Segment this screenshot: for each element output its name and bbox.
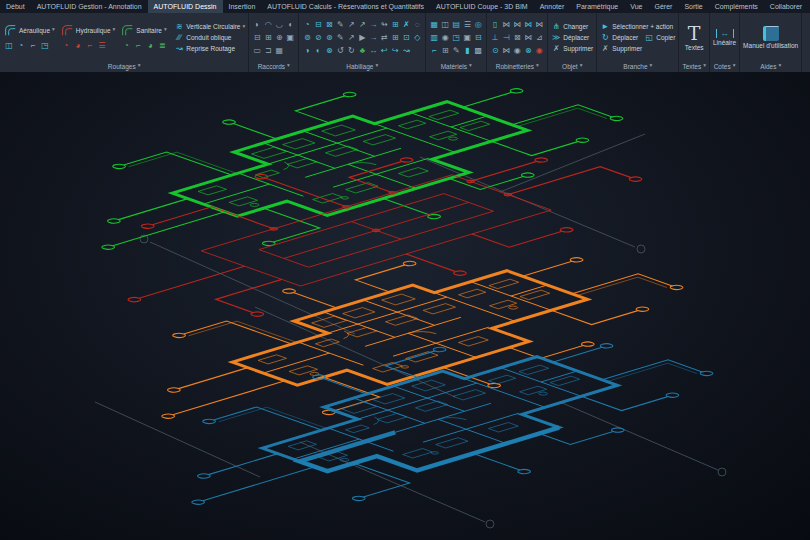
manchette-icon[interactable]: ◖ — [285, 19, 295, 31]
supprimer-branche-button[interactable]: ✗ Supprimer — [600, 44, 675, 53]
vanne-3-icon[interactable]: ⋈ — [523, 19, 533, 31]
registre-icon[interactable]: ⊟ — [313, 19, 323, 31]
menu-tab-autofluid-calculs-r-servations-et-quantitatifs[interactable]: AUTOFLUID Calculs - Réservations et Quan… — [261, 0, 430, 13]
vanne-equilibrage-icon[interactable]: ⋈ — [501, 45, 511, 57]
alarme-icon[interactable]: ◉ — [534, 45, 544, 57]
gaine-rectangulaire-icon[interactable]: ◫ — [4, 40, 14, 52]
collecteur-icon[interactable]: ☰ — [97, 40, 107, 52]
tube-aller-icon[interactable]: ◔ — [61, 40, 71, 52]
culotte-icon[interactable]: ◕ — [145, 40, 155, 52]
selectionner-action-button[interactable]: ► Sélectionner + action — [600, 22, 675, 31]
piquage-icon[interactable]: ⊞ — [263, 32, 273, 44]
clapet-icon[interactable]: ⋈ — [523, 32, 533, 44]
menu-tab-autofluid-dessin[interactable]: AUTOFLUID Dessin — [148, 0, 223, 13]
gaine-isolee-icon[interactable]: ▤ — [451, 19, 461, 31]
fleche-icon[interactable]: → — [368, 19, 378, 31]
losange-icon[interactable]: ◇ — [412, 32, 422, 44]
crayon-icon[interactable]: ✎ — [451, 45, 461, 57]
menu-tab-collaborer[interactable]: Collaborer — [764, 0, 808, 13]
reprise-routage-button[interactable]: ↝ Reprise Routage — [174, 44, 245, 53]
grille-soufflage-icon[interactable]: ▥ — [429, 32, 439, 44]
coude-gaine-icon[interactable]: ⌐ — [28, 40, 38, 52]
group-label-aides[interactable]: Aides ▾ — [740, 60, 801, 72]
menu-tab-sortie[interactable]: Sortie — [678, 0, 708, 13]
coude-materiel-icon[interactable]: ⌐ — [429, 45, 439, 57]
descente-icon[interactable]: ↗ — [357, 19, 367, 31]
colonne-icon[interactable]: ▯ — [490, 19, 500, 31]
lecture-icon[interactable]: ▶ — [357, 32, 367, 44]
grille-2-icon[interactable]: ⊞ — [390, 32, 400, 44]
quadrillage-icon[interactable]: ⊞ — [390, 19, 400, 31]
drawing-viewport[interactable] — [0, 72, 810, 540]
deplacer-objet-button[interactable]: ≫ Déplacer — [551, 33, 593, 42]
vanne-2-icon[interactable]: ⋈ — [512, 19, 522, 31]
separateur-icon[interactable]: ⊣ — [501, 32, 511, 44]
split-icon[interactable]: ⊟ — [473, 32, 483, 44]
montee-icon[interactable]: ↗ — [346, 19, 356, 31]
aeraulique-button[interactable]: Aéraulique ▾ — [3, 23, 55, 37]
menu-tab-vue[interactable]: Vue — [624, 0, 648, 13]
menu-tab-g-rer[interactable]: Gérer — [648, 0, 678, 13]
ventilateur-icon[interactable]: ⊛ — [324, 32, 334, 44]
drawing-canvas[interactable] — [0, 72, 810, 540]
group-label-materiels[interactable]: Matériels ▾ — [426, 60, 486, 72]
coude-45-icon[interactable]: ◡ — [274, 19, 284, 31]
pente-icon[interactable]: ✎ — [335, 19, 345, 31]
sonde-icon[interactable]: ◔ — [302, 19, 312, 31]
textes-button[interactable]: T Textes — [685, 24, 704, 51]
group-label-habillage[interactable]: Habillage ▾ — [299, 60, 425, 72]
menu-tab-annoter[interactable]: Annoter — [534, 0, 571, 13]
copier-branche-button[interactable]: ◱ Copier — [644, 33, 675, 42]
stylo-icon[interactable]: ✎ — [335, 32, 345, 44]
changer-button[interactable]: ⋔ Changer — [551, 22, 593, 31]
group-label-robinetteries[interactable]: Robinetteries ▾ — [487, 60, 547, 72]
tube-retour-icon[interactable]: ◕ — [73, 40, 83, 52]
vegetal-icon[interactable]: ♣ — [357, 45, 367, 57]
reduction-icon[interactable]: ◗ — [252, 19, 262, 31]
derivation-icon[interactable]: ⊕ — [274, 32, 284, 44]
piquage-gaine-icon[interactable]: ◳ — [40, 40, 50, 52]
chute-eu-icon[interactable]: ◔ — [121, 40, 131, 52]
group-label-branche[interactable]: Branche ▾ — [597, 60, 678, 72]
purgeur-icon[interactable]: ⊥ — [490, 32, 500, 44]
group-label-cotes[interactable]: Cotes ▾ — [710, 60, 739, 72]
jonction-icon[interactable]: ⊐ — [263, 45, 273, 57]
coude-droit-icon[interactable]: ↪ — [390, 45, 400, 57]
coude-gauche-icon[interactable]: ↩ — [379, 45, 389, 57]
vanne-1-icon[interactable]: ⋈ — [501, 19, 511, 31]
lineaire-button[interactable]: ↔ Linéaire — [713, 29, 736, 46]
menu-tab-autofluid-gestion-annotation[interactable]: AUTOFLUID Gestion - Annotation — [31, 0, 148, 13]
pompe-icon[interactable]: ⊗ — [523, 45, 533, 57]
obturateur-icon[interactable]: ⊘ — [313, 32, 323, 44]
panneau-icon[interactable]: ▣ — [462, 32, 472, 44]
demi-droit-icon[interactable]: ◐ — [313, 45, 323, 57]
coude-tube-icon[interactable]: ⌐ — [85, 40, 95, 52]
boitier-icon[interactable]: ⊡ — [401, 32, 411, 44]
silencieux-icon[interactable]: ⊠ — [324, 19, 334, 31]
inversion-icon[interactable]: ⇄ — [379, 32, 389, 44]
demi-gauche-icon[interactable]: ◑ — [302, 45, 312, 57]
diffuseur-icon[interactable]: ⊚ — [302, 32, 312, 44]
rotation-gauche-icon[interactable]: ↺ — [335, 45, 345, 57]
vanne-motorisee-icon[interactable]: ⊠ — [512, 32, 522, 44]
green-floorplan-layer[interactable] — [0, 72, 691, 287]
croisillon-icon[interactable]: ⊞ — [440, 45, 450, 57]
bouche-icon[interactable]: ◉ — [440, 32, 450, 44]
piege-son-icon[interactable]: ⊗ — [324, 45, 334, 57]
menu-tab-compl-ments[interactable]: Compléments — [709, 0, 764, 13]
plafonnier-icon[interactable]: ☰ — [462, 19, 472, 31]
registre-vertical-icon[interactable]: ▮ — [462, 45, 472, 57]
menu-tab-param-trique[interactable]: Paramétrique — [570, 0, 624, 13]
menu-tab-d-but[interactable]: Début — [0, 0, 31, 13]
blue-floorplan-layer[interactable] — [55, 309, 781, 540]
etirement-icon[interactable]: ↔ — [368, 45, 378, 57]
caisson-icon[interactable]: ▦ — [429, 19, 439, 31]
gaine-circulaire-icon[interactable]: ◔ — [16, 40, 26, 52]
scission-icon[interactable]: ✗ — [401, 19, 411, 31]
menu-tab-autofluid-coupe-3d-bim[interactable]: AUTOFLUID Coupe - 3D BIM — [430, 0, 534, 13]
vanne-4-icon[interactable]: ⋈ — [534, 19, 544, 31]
group-label-textes[interactable]: Textes ▾ — [679, 60, 709, 72]
serpentin-icon[interactable]: ↬ — [379, 19, 389, 31]
verticale-circulaire-button[interactable]: ≋ Verticale Circulaire ▾ — [174, 22, 245, 31]
carre-plein-icon[interactable]: ◳ — [451, 32, 461, 44]
